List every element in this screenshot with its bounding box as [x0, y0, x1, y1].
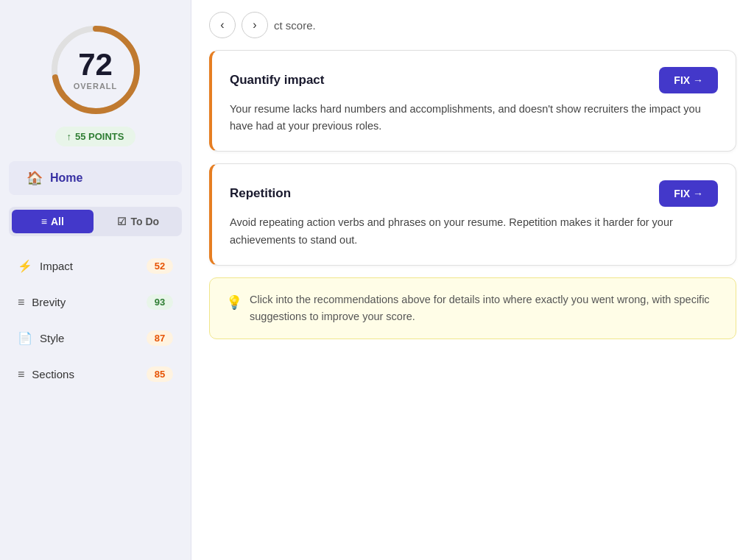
filter-tabs: ≡ All ☑ To Do [9, 207, 182, 236]
filter-tab-todo[interactable]: ☑ To Do [98, 210, 180, 233]
style-icon: 📄 [18, 331, 32, 345]
category-item-brevity[interactable]: ≡ Brevity 93 [6, 284, 185, 320]
impact-icon: ⚡ [18, 259, 32, 273]
todo-label: To Do [130, 216, 159, 227]
card-repetition-desc: Avoid repeating action verbs and phrases… [230, 214, 718, 248]
home-icon: 🏠 [27, 170, 43, 186]
category-list: ⚡ Impact 52 ≡ Brevity 93 📄 Style 87 ≡ Se… [0, 248, 191, 392]
todo-icon: ☑ [117, 216, 127, 227]
impact-score: 52 [147, 258, 173, 274]
fix-quantify-button[interactable]: FIX → [659, 67, 718, 93]
overall-score: 72 [74, 49, 118, 80]
sidebar: 72 OVERALL ↑ 55 POINTS 🏠 Home ≡ All ☑ To… [0, 0, 191, 560]
nav-arrows-row: ‹ › ct score. [209, 12, 736, 38]
info-text: Click into the recommendations above for… [250, 291, 719, 325]
category-item-style[interactable]: 📄 Style 87 [6, 320, 185, 356]
nav-subtitle: ct score. [274, 19, 316, 32]
card-quantify-title: Quantify impact [230, 73, 324, 88]
style-label: Style [40, 332, 64, 344]
sections-icon: ≡ [18, 368, 24, 381]
brevity-label: Brevity [32, 296, 66, 308]
all-label: All [51, 216, 64, 227]
score-label: OVERALL [74, 82, 118, 91]
card-quantify-impact: Quantify impact FIX → Your resume lacks … [209, 50, 736, 152]
fix-repetition-button[interactable]: FIX → [659, 180, 718, 207]
all-icon: ≡ [41, 216, 47, 227]
sections-label: Sections [32, 368, 74, 380]
prev-button[interactable]: ‹ [209, 12, 236, 38]
filter-tab-all[interactable]: ≡ All [12, 210, 94, 233]
impact-label: Impact [40, 260, 73, 272]
category-item-impact[interactable]: ⚡ Impact 52 [6, 248, 185, 284]
category-item-sections[interactable]: ≡ Sections 85 [6, 356, 185, 392]
home-label: Home [50, 171, 82, 185]
points-value: 55 POINTS [75, 131, 124, 142]
brevity-icon: ≡ [18, 296, 24, 309]
card-repetition-title: Repetition [230, 186, 291, 201]
sections-score: 85 [147, 366, 173, 382]
card-quantify-desc: Your resume lacks hard numbers and accom… [230, 101, 718, 135]
main-content: ‹ › ct score. Quantify impact FIX → Your… [191, 0, 754, 560]
next-button[interactable]: › [242, 12, 268, 38]
points-badge: ↑ 55 POINTS [55, 127, 136, 146]
card-repetition: Repetition FIX → Avoid repeating action … [209, 163, 736, 265]
points-arrow-icon: ↑ [67, 131, 72, 142]
score-circle-container: 72 OVERALL [48, 22, 144, 118]
score-circle: 72 OVERALL [48, 22, 144, 118]
lightbulb-icon: 💡 [226, 292, 242, 313]
info-box: 💡 Click into the recommendations above f… [209, 277, 736, 339]
brevity-score: 93 [147, 294, 173, 310]
sidebar-item-home[interactable]: 🏠 Home [9, 161, 182, 195]
style-score: 87 [147, 330, 173, 346]
